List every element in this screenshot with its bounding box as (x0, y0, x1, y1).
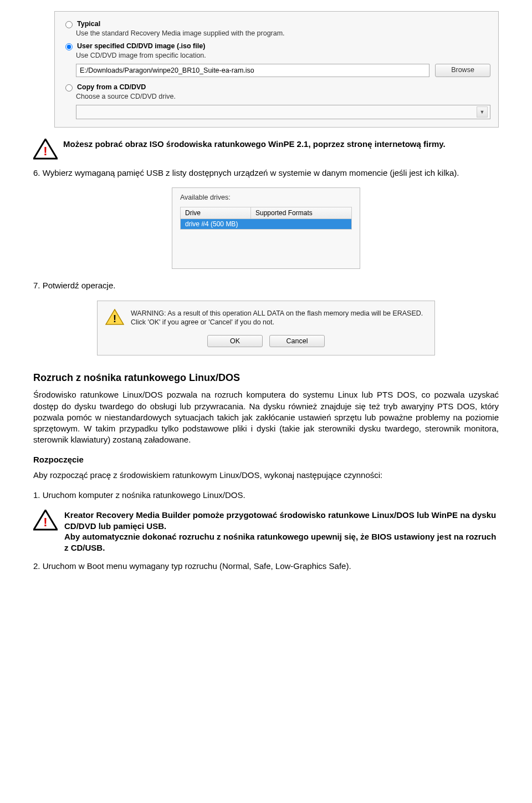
iso-path-input[interactable] (76, 64, 429, 77)
typical-description: Use the standard Recovery Media image su… (76, 29, 490, 37)
browse-button[interactable]: Browse (435, 64, 490, 77)
section-heading-linuxdos: Rozruch z nośnika ratunkowego Linux/DOS (33, 372, 499, 384)
warning-icon: ! (33, 139, 58, 160)
drives-table: Drive Supported Formats drive #4 (500 MB… (180, 207, 352, 230)
available-drives-panel: Available drives: Drive Supported Format… (172, 187, 360, 269)
drives-row-cell: drive #4 (500 MB) (181, 219, 250, 229)
subheading-rozpoczecie: Rozpoczęcie (33, 455, 499, 464)
userimage-description: Use CD/DVD image from specific location. (76, 52, 490, 59)
svg-text:!: ! (113, 313, 116, 324)
warning-bios-line2: Aby automatycznie dokonać rozruchu z noś… (64, 532, 496, 552)
available-drives-caption: Available drives: (180, 194, 352, 201)
copycd-description: Choose a source CD/DVD drive. (76, 93, 490, 100)
boot-step-2: 2. Uruchom w Boot menu wymagany typ rozr… (33, 561, 499, 572)
radio-typical-label: Typical (77, 20, 100, 28)
radio-copycd-label: Copy from a CD/DVD (77, 83, 146, 91)
rozpoczecie-text: Aby rozpocząć pracę z środowiskiem ratun… (33, 470, 499, 481)
boot-step-1: 1. Uruchom komputer z nośnika ratunkoweg… (33, 490, 499, 501)
section-body-linuxdos: Środowisko ratunkowe Linux/DOS pozwala n… (33, 389, 499, 445)
dialog-warning-text: WARNING: As a result of this operation A… (131, 309, 427, 328)
drives-col-formats: Supported Formats (251, 207, 351, 218)
ok-button[interactable]: OK (207, 335, 263, 347)
radio-option-userimage[interactable]: User specified CD/DVD image (.iso file) (63, 42, 490, 50)
svg-text:!: ! (43, 515, 47, 529)
warning-bios-line1: Kreator Recovery Media Builder pomoże pr… (64, 510, 496, 531)
radio-option-typical[interactable]: Typical (63, 19, 490, 28)
drives-table-header: Drive Supported Formats (181, 207, 351, 219)
warning-text-bios: Kreator Recovery Media Builder pomoże pr… (64, 510, 499, 553)
drives-col-drive: Drive (181, 207, 251, 218)
erase-warning-dialog: ! WARNING: As a result of this operation… (97, 301, 435, 356)
dialog-warning-icon: ! (105, 309, 124, 328)
radio-userimage-label: User specified CD/DVD image (.iso file) (77, 42, 205, 50)
step-7-text: 7. Potwierdź operacje. (33, 280, 499, 291)
warning-text-iso: Możesz pobrać obraz ISO środowiska ratun… (63, 139, 446, 150)
drives-row-selected[interactable]: drive #4 (500 MB) (181, 219, 351, 229)
radio-copycd[interactable] (65, 84, 73, 92)
radio-option-copycd[interactable]: Copy from a CD/DVD (63, 83, 490, 92)
warning-icon: ! (33, 510, 58, 531)
radio-typical[interactable] (65, 21, 73, 28)
svg-text:!: ! (43, 144, 47, 158)
step-6-text: 6. Wybierz wymaganą pamięć USB z listy d… (33, 167, 499, 179)
dropdown-arrow-icon: ▼ (477, 106, 488, 118)
source-drive-dropdown[interactable]: ▼ (76, 105, 490, 119)
radio-userimage[interactable] (65, 43, 73, 50)
recovery-media-source-panel: Typical Use the standard Recovery Media … (54, 11, 499, 128)
cancel-button[interactable]: Cancel (269, 335, 325, 347)
